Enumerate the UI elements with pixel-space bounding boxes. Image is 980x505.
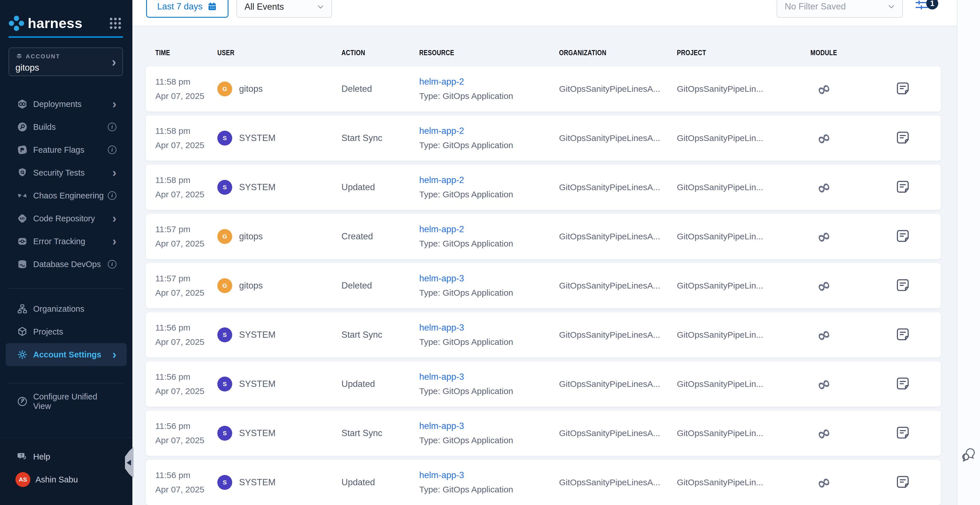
saved-filter-select[interactable]: No Filter Saved [777,0,903,18]
divider [9,383,123,384]
accent-underline [9,36,123,38]
event-summary-note-icon[interactable] [896,376,910,390]
resource-cell: helm-app-2 Type: GitOps Application [419,222,559,251]
chaos-engineering-icon [17,190,28,201]
filter-panel-button[interactable]: 1 [915,0,949,15]
event-summary-note-icon[interactable] [896,81,910,96]
organization-cell: GitOpsSanityPipeLinesA... [559,133,677,143]
utility-nav: Configure Unified View [0,390,132,413]
project-cell: GitOpsSanityPipeLin... [677,182,810,192]
user-name: SYSTEM [239,428,275,438]
event-summary-note-icon[interactable] [896,475,910,489]
table-row: 11:57 pm Apr 07, 2025 G gitops Created h… [146,214,941,259]
table-row: 11:58 pm Apr 07, 2025 S SYSTEM Start Syn… [146,116,941,161]
resource-type: Type: GitOps Application [419,236,559,251]
event-summary-note-icon[interactable] [896,180,910,194]
chevron-right-icon: › [112,98,116,110]
resource-link[interactable]: helm-app-3 [419,468,559,483]
organization-cell: GitOpsSanityPipeLinesA... [559,84,677,94]
resource-link[interactable]: helm-app-2 [419,222,559,236]
resource-link[interactable]: helm-app-2 [419,75,559,89]
event-summary-note-icon[interactable] [896,131,910,145]
resource-link[interactable]: helm-app-3 [419,320,559,335]
resource-link[interactable]: helm-app-3 [419,419,559,433]
info-icon[interactable]: i [108,145,116,154]
date-range-button[interactable]: Last 7 days [146,0,229,18]
info-icon[interactable]: i [108,260,116,269]
project-cell: GitOpsSanityPipeLin... [677,330,810,340]
sidebar-item-account-settings[interactable]: Account Settings › [6,343,127,366]
event-summary-note-icon[interactable] [896,327,910,341]
event-time: 11:57 pm [155,271,217,286]
event-time: 11:56 pm [155,419,217,433]
event-summary-cell [896,425,941,441]
chevron-right-icon: › [112,349,116,361]
event-date: Apr 07, 2025 [155,138,217,153]
sidebar-item-code-repository[interactable]: Code Repository › [0,207,132,230]
sidebar-item-projects[interactable]: Projects [0,320,132,343]
resource-cell: helm-app-3 Type: GitOps Application [419,271,559,300]
module-cell: ∞ [810,277,896,294]
resource-link[interactable]: helm-app-3 [419,271,559,286]
user-cell: S SYSTEM [217,475,342,490]
sidebar-item-organizations[interactable]: Organizations [0,297,132,320]
gitops-module-icon: ∞ [814,276,833,296]
column-header-project: PROJECT [677,49,789,57]
project-cell: GitOpsSanityPipeLin... [677,84,810,94]
gear-icon [17,349,28,360]
info-icon[interactable]: i [108,123,116,131]
event-date: Apr 07, 2025 [155,384,217,398]
resource-cell: helm-app-3 Type: GitOps Application [419,468,559,497]
calendar-icon [207,2,217,12]
user-cell: G gitops [217,278,342,293]
column-header-module: MODULE [810,49,882,57]
account-selector[interactable]: ACCOUNT gitops › [9,48,123,76]
event-summary-cell [896,229,941,244]
user-avatar: S [217,131,232,145]
event-type-select[interactable]: All Events [237,0,332,18]
resource-link[interactable]: helm-app-3 [419,370,559,384]
sidebar-item-builds[interactable]: Builds i [0,116,132,139]
sidebar-item-feature-flags[interactable]: Feature Flags i [0,139,132,161]
time-cell: 11:58 pm Apr 07, 2025 [155,173,217,202]
time-cell: 11:56 pm Apr 07, 2025 [155,370,217,398]
sidebar-item-chaos-engineering[interactable]: Chaos Engineering i [0,184,132,207]
module-cell: ∞ [810,179,896,196]
sidebar-footer: ? Help AS Ashin Sabu [0,438,132,505]
event-time: 11:58 pm [155,75,217,89]
info-icon[interactable]: i [108,191,116,200]
column-header-organization: ORGANIZATION [559,49,658,57]
builds-icon [17,121,28,133]
chevron-down-icon [317,5,324,9]
sidebar-item-security-tests[interactable]: Security Tests › [0,161,132,184]
event-time: 11:56 pm [155,320,217,335]
sidebar-item-error-tracking[interactable]: Error Tracking › [0,230,132,253]
event-summary-note-icon[interactable] [896,425,910,440]
event-time: 11:58 pm [155,124,217,138]
action-cell: Start Sync [342,133,419,143]
right-rail [957,0,980,505]
sidebar-item-configure-unified-view[interactable]: Configure Unified View [0,390,132,413]
help-button[interactable]: ? Help [0,445,132,468]
gitops-module-icon: ∞ [814,374,833,395]
table-row: 11:56 pm Apr 07, 2025 S SYSTEM Start Syn… [146,411,941,456]
event-summary-note-icon[interactable] [896,229,910,243]
column-header-action: ACTION [342,49,407,57]
user-menu[interactable]: AS Ashin Sabu [0,468,132,491]
event-summary-note-icon[interactable] [896,278,910,292]
resource-link[interactable]: helm-app-2 [419,173,559,187]
app-switcher-icon[interactable] [110,18,121,29]
sidebar-item-database-devops[interactable]: Database DevOps i [0,253,132,276]
code-repository-icon [17,213,28,224]
resource-cell: helm-app-2 Type: GitOps Application [419,173,559,202]
user-cell: S SYSTEM [217,426,342,441]
user-avatar: G [217,81,232,96]
gitops-module-icon: ∞ [814,128,833,149]
module-cell: ∞ [810,130,896,147]
support-chat-icon[interactable] [961,447,976,463]
resource-link[interactable]: helm-app-2 [419,124,559,138]
action-cell: Updated [342,379,419,389]
sidebar-item-deployments[interactable]: Deployments › [0,92,132,116]
audit-trail-content: TIME USER ACTION RESOURCE ORGANIZATION P… [132,27,957,505]
event-summary-cell [896,180,941,195]
